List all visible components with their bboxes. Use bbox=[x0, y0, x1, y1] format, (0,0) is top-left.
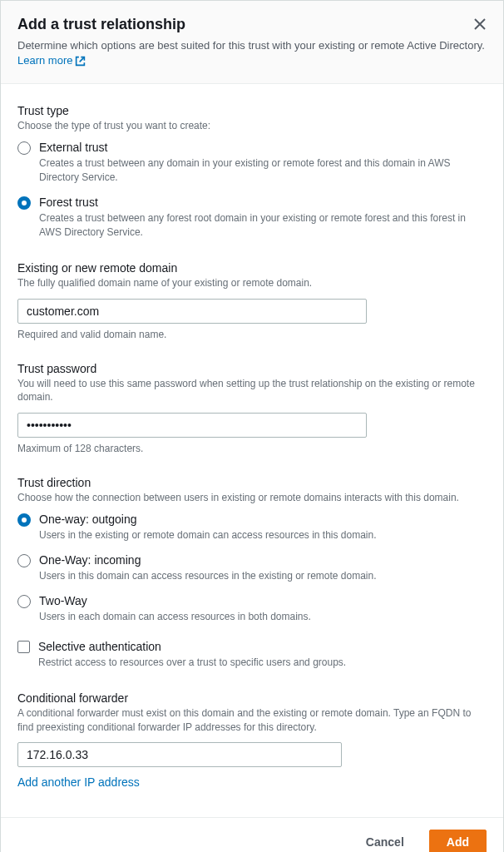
modal-title: Add a trust relationship bbox=[17, 16, 487, 33]
trust-direction-title: Trust direction bbox=[17, 476, 487, 489]
trust-type-forest[interactable]: Forest trust Creates a trust between any… bbox=[17, 195, 487, 240]
trust-direction-section: Trust direction Choose how the connectio… bbox=[17, 476, 487, 670]
remote-domain-desc: The fully qualified domain name of your … bbox=[17, 276, 487, 290]
remote-domain-hint: Required and valid domain name. bbox=[17, 329, 487, 340]
checkbox-icon bbox=[17, 641, 30, 653]
cancel-button[interactable]: Cancel bbox=[349, 830, 421, 852]
add-button[interactable]: Add bbox=[429, 830, 487, 852]
conditional-forwarder-title: Conditional forwarder bbox=[17, 691, 487, 705]
direction-outgoing[interactable]: One-way: outgoing Users in the existing … bbox=[17, 512, 487, 542]
trust-type-section: Trust type Choose the type of trust you … bbox=[17, 104, 487, 239]
conditional-forwarder-input[interactable] bbox=[17, 742, 342, 767]
radio-icon bbox=[17, 141, 31, 155]
option-label: External trust bbox=[39, 140, 487, 155]
trust-type-title: Trust type bbox=[17, 104, 487, 117]
radio-icon bbox=[17, 513, 31, 527]
option-desc: Users in the existing or remote domain c… bbox=[39, 528, 487, 542]
option-label: Selective authentication bbox=[38, 639, 487, 654]
option-label: One-way: outgoing bbox=[39, 512, 487, 527]
option-label: Two-Way bbox=[39, 593, 487, 608]
option-label: Forest trust bbox=[39, 195, 487, 210]
modal-header: Add a trust relationship Determine which… bbox=[1, 1, 503, 84]
external-link-icon bbox=[75, 56, 86, 67]
option-desc: Creates a trust between any domain in yo… bbox=[39, 156, 487, 185]
modal-footer: Cancel Add bbox=[1, 817, 503, 852]
learn-more-link[interactable]: Learn more bbox=[17, 53, 86, 68]
remote-domain-input[interactable] bbox=[17, 299, 367, 324]
modal-body: Trust type Choose the type of trust you … bbox=[1, 84, 503, 817]
option-label: One-Way: incoming bbox=[39, 552, 487, 567]
option-desc: Creates a trust between any forest root … bbox=[39, 211, 487, 240]
conditional-forwarder-section: Conditional forwarder A conditional forw… bbox=[17, 691, 487, 790]
remote-domain-title: Existing or new remote domain bbox=[17, 261, 487, 275]
add-ip-link[interactable]: Add another IP address bbox=[17, 775, 140, 789]
trust-password-title: Trust password bbox=[17, 362, 487, 375]
radio-icon bbox=[17, 595, 31, 608]
modal-subtitle: Determine which options are best suited … bbox=[17, 38, 487, 68]
trust-password-desc: You will need to use this same password … bbox=[17, 377, 487, 405]
option-desc: Restrict access to resources over a trus… bbox=[38, 656, 487, 670]
radio-icon bbox=[17, 196, 31, 210]
conditional-forwarder-desc: A conditional forwarder must exist on th… bbox=[17, 706, 487, 735]
trust-password-input[interactable] bbox=[17, 413, 367, 438]
option-desc: Users in each domain can access resource… bbox=[39, 610, 487, 624]
option-desc: Users in this domain can access resource… bbox=[39, 569, 487, 583]
direction-incoming[interactable]: One-Way: incoming Users in this domain c… bbox=[17, 552, 487, 583]
remote-domain-section: Existing or new remote domain The fully … bbox=[17, 261, 487, 340]
trust-password-section: Trust password You will need to use this… bbox=[17, 362, 487, 455]
trust-type-external[interactable]: External trust Creates a trust between a… bbox=[17, 140, 487, 185]
close-button[interactable] bbox=[472, 16, 488, 35]
add-trust-modal: Add a trust relationship Determine which… bbox=[0, 0, 504, 852]
close-icon bbox=[473, 17, 487, 31]
radio-icon bbox=[17, 554, 31, 567]
direction-two-way[interactable]: Two-Way Users in each domain can access … bbox=[17, 593, 487, 624]
trust-password-hint: Maximum of 128 characters. bbox=[17, 443, 487, 454]
trust-direction-desc: Choose how the connection between users … bbox=[17, 491, 487, 505]
selective-auth[interactable]: Selective authentication Restrict access… bbox=[17, 639, 487, 670]
trust-type-desc: Choose the type of trust you want to cre… bbox=[17, 119, 487, 133]
